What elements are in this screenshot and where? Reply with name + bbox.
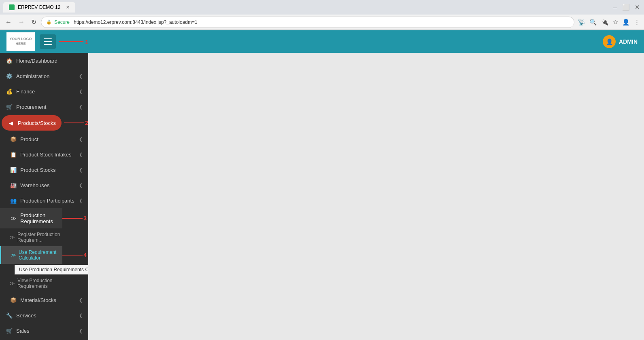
main-content — [88, 53, 644, 340]
hamburger-line-1 — [44, 38, 52, 39]
sidebar-item-home[interactable]: 🏠 Home/Dashboard — [0, 53, 88, 68]
tooltip: Use Production Requirements Calculator — [15, 265, 88, 275]
sales-icon: 🛒 — [6, 327, 13, 334]
minimize-button[interactable]: ─ — [612, 3, 618, 12]
annotation-2-line — [64, 122, 84, 123]
annotation-1-container: 1 — [59, 38, 88, 45]
logo: YOUR LOGO HERE — [6, 32, 35, 51]
annotation-3-line — [62, 218, 83, 219]
sidebar-label-register-prod-req: Register Production Requirem... — [17, 232, 83, 243]
product-arrow: ❮ — [79, 137, 83, 142]
annotation-3-container: 3 — [62, 215, 88, 222]
sidebar-item-administration[interactable]: ⚙️ Administration ❮ — [0, 68, 88, 84]
sidebar-label-prod-participants: Production Participants — [20, 198, 74, 204]
user-label: ADMIN — [619, 38, 638, 45]
annotation-3-label: 3 — [83, 215, 87, 222]
finance-icon: 💰 — [6, 88, 13, 95]
sidebar-item-use-req-calc[interactable]: ≫ Use Requirement Calculator — [0, 246, 62, 264]
warehouses-icon: 🏭 — [10, 182, 17, 189]
sidebar-label-warehouses: Warehouses — [20, 182, 50, 188]
sidebar-label-view-prod-req: View Production Requirements — [17, 278, 83, 289]
use-req-icon: ≫ — [11, 252, 16, 258]
search-icon[interactable]: 🔍 — [589, 18, 598, 27]
address-box[interactable]: 🔒 Secure https://demo12.erprev.com:8443/… — [41, 17, 574, 28]
sidebar-item-products-stocks[interactable]: ◀ Products/Stocks — [2, 115, 62, 131]
sidebar: 🏠 Home/Dashboard ⚙️ Administration ❮ 💰 F… — [0, 53, 88, 340]
browser-title-bar: ERPREV DEMO 12 ✕ ─ ⬜ ✕ — [0, 0, 644, 15]
sidebar-item-finance[interactable]: 💰 Finance ❮ — [0, 84, 88, 99]
sidebar-label-product: Product — [20, 136, 38, 142]
finance-arrow: ❮ — [79, 89, 83, 94]
warehouses-arrow: ❮ — [79, 183, 83, 188]
material-stocks-arrow: ❮ — [79, 298, 83, 303]
services-icon: 🔧 — [6, 312, 13, 319]
url-text[interactable]: https://demo12.erprev.com:8443/index.jsp… — [74, 19, 198, 25]
app-header: YOUR LOGO HERE 1 👤 ADMIN — [0, 30, 644, 53]
sidebar-label-products-stocks: Products/Stocks — [18, 120, 56, 126]
annotation-4-label: 4 — [83, 252, 87, 258]
cast-icon[interactable]: 📡 — [577, 18, 586, 27]
stock-intakes-icon: 📋 — [10, 151, 17, 158]
home-icon: 🏠 — [6, 57, 13, 64]
sidebar-item-item-attributes[interactable]: 🏷️ Item Attributes ❮ — [0, 338, 88, 340]
product-stocks-icon: 📊 — [10, 166, 17, 173]
tooltip-container: Use Production Requirements Calculator — [0, 264, 88, 275]
sidebar-item-prod-req[interactable]: ≫ Production Requirements — [0, 208, 62, 228]
prod-participants-icon: 👥 — [10, 197, 17, 204]
prod-participants-arrow: ❮ — [79, 198, 83, 203]
browser-tab[interactable]: ERPREV DEMO 12 ✕ — [3, 2, 75, 13]
sidebar-item-prod-participants[interactable]: 👥 Production Participants ❮ — [0, 193, 88, 208]
prod-req-row: ≫ Production Requirements 3 — [0, 208, 88, 228]
use-req-calc-row: ≫ Use Requirement Calculator 4 — [0, 246, 88, 264]
products-stocks-icon: ◀ — [7, 119, 15, 127]
back-button[interactable]: ← — [3, 18, 14, 27]
sidebar-label-administration: Administration — [16, 73, 49, 79]
profile-icon[interactable]: 👤 — [621, 18, 631, 27]
reload-button[interactable]: ↻ — [29, 17, 38, 27]
products-stocks-row: ◀ Products/Stocks 2 — [0, 114, 88, 131]
sidebar-item-material-stocks[interactable]: 📦 Material/Stocks ❮ — [0, 292, 88, 308]
sidebar-item-warehouses[interactable]: 🏭 Warehouses ❮ — [0, 177, 88, 193]
sidebar-item-services[interactable]: 🔧 Services ❮ — [0, 308, 88, 323]
sidebar-label-stock-intakes: Product Stock Intakes — [20, 152, 71, 158]
menu-dots-icon[interactable]: ⋮ — [633, 18, 641, 27]
annotation-2-container: 2 — [64, 120, 88, 126]
sales-arrow: ❮ — [79, 328, 83, 334]
sidebar-item-procurement[interactable]: 🛒 Procurement ❮ — [0, 99, 88, 114]
annotation-1-label: 1 — [85, 38, 88, 45]
tab-title: ERPREV DEMO 12 — [18, 4, 60, 10]
browser-chrome: ERPREV DEMO 12 ✕ ─ ⬜ ✕ ← → ↻ 🔒 Secure ht… — [0, 0, 644, 30]
sidebar-item-stock-intakes[interactable]: 📋 Product Stock Intakes ❮ — [0, 147, 88, 162]
tab-close-button[interactable]: ✕ — [66, 5, 70, 10]
sidebar-item-view-prod-req[interactable]: ≫ View Production Requirements — [0, 275, 88, 292]
sidebar-label-prod-req: Production Requirements — [20, 212, 57, 224]
hamburger-button[interactable] — [40, 34, 56, 49]
browser-address-bar: ← → ↻ 🔒 Secure https://demo12.erprev.com… — [0, 15, 644, 30]
annotation-4-line — [62, 255, 83, 256]
tab-favicon — [9, 4, 15, 10]
sidebar-label-material-stocks: Material/Stocks — [20, 297, 56, 303]
sidebar-item-product[interactable]: 📦 Product ❮ — [0, 131, 88, 147]
annotation-2-label: 2 — [85, 120, 88, 126]
sidebar-item-product-stocks[interactable]: 📊 Product Stocks ❮ — [0, 162, 88, 177]
header-right: 👤 ADMIN — [603, 35, 638, 48]
app-body: 🏠 Home/Dashboard ⚙️ Administration ❮ 💰 F… — [0, 53, 644, 340]
sidebar-label-product-stocks: Product Stocks — [20, 167, 55, 173]
sidebar-label-use-req-calc: Use Requirement Calculator — [19, 249, 57, 261]
restore-button[interactable]: ⬜ — [621, 3, 631, 12]
admin-arrow: ❮ — [79, 74, 83, 79]
extension-icon[interactable]: 🔌 — [600, 18, 610, 27]
material-stocks-icon: 📦 — [10, 296, 17, 304]
admin-icon: ⚙️ — [6, 72, 13, 80]
prod-req-icon: ≫ — [10, 215, 17, 222]
hamburger-line-3 — [44, 44, 52, 45]
secure-icon: 🔒 — [46, 19, 52, 25]
forward-button[interactable]: → — [16, 18, 27, 27]
bookmark-icon[interactable]: ☆ — [612, 18, 619, 27]
close-button[interactable]: ✕ — [634, 3, 641, 12]
product-stocks-arrow: ❮ — [79, 167, 83, 173]
sidebar-item-register-prod-req[interactable]: ≫ Register Production Requirem... — [0, 228, 88, 246]
register-prod-icon: ≫ — [10, 234, 15, 240]
sidebar-item-sales[interactable]: 🛒 Sales ❮ — [0, 323, 88, 338]
sidebar-label-home: Home/Dashboard — [16, 58, 57, 64]
